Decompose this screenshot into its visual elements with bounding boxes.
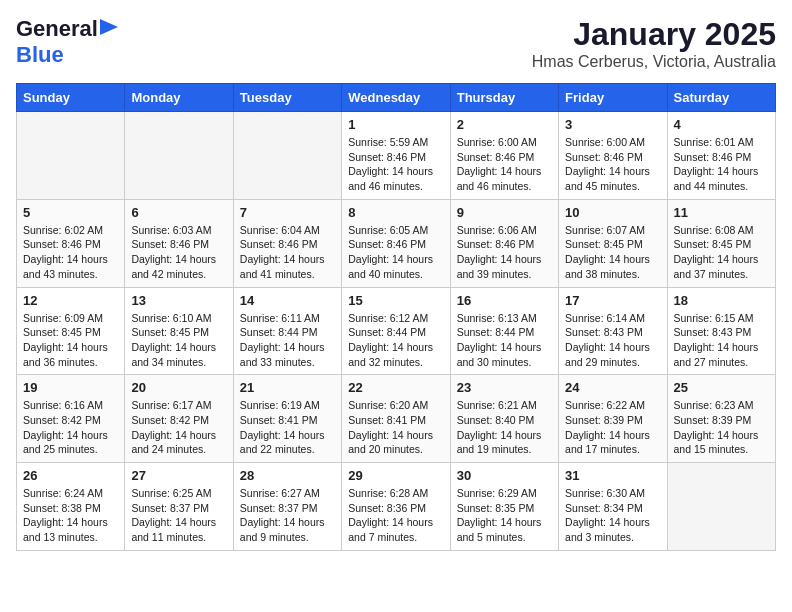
day-number: 1 <box>348 117 443 132</box>
logo-general: General <box>16 16 98 42</box>
calendar-cell <box>125 112 233 200</box>
day-number: 3 <box>565 117 660 132</box>
day-info: Sunrise: 6:28 AMSunset: 8:36 PMDaylight:… <box>348 486 443 545</box>
calendar-week-row: 12Sunrise: 6:09 AMSunset: 8:45 PMDayligh… <box>17 287 776 375</box>
day-info: Sunrise: 6:30 AMSunset: 8:34 PMDaylight:… <box>565 486 660 545</box>
day-number: 6 <box>131 205 226 220</box>
calendar-cell: 25Sunrise: 6:23 AMSunset: 8:39 PMDayligh… <box>667 375 775 463</box>
day-info: Sunrise: 6:23 AMSunset: 8:39 PMDaylight:… <box>674 398 769 457</box>
day-number: 15 <box>348 293 443 308</box>
day-number: 21 <box>240 380 335 395</box>
calendar-cell: 23Sunrise: 6:21 AMSunset: 8:40 PMDayligh… <box>450 375 558 463</box>
calendar-cell: 7Sunrise: 6:04 AMSunset: 8:46 PMDaylight… <box>233 199 341 287</box>
calendar-cell: 15Sunrise: 6:12 AMSunset: 8:44 PMDayligh… <box>342 287 450 375</box>
day-info: Sunrise: 6:02 AMSunset: 8:46 PMDaylight:… <box>23 223 118 282</box>
day-number: 28 <box>240 468 335 483</box>
calendar-table: SundayMondayTuesdayWednesdayThursdayFrid… <box>16 83 776 551</box>
day-info: Sunrise: 6:15 AMSunset: 8:43 PMDaylight:… <box>674 311 769 370</box>
day-info: Sunrise: 6:00 AMSunset: 8:46 PMDaylight:… <box>565 135 660 194</box>
day-number: 7 <box>240 205 335 220</box>
logo-arrow-icon <box>100 19 118 35</box>
calendar-cell: 28Sunrise: 6:27 AMSunset: 8:37 PMDayligh… <box>233 463 341 551</box>
day-number: 11 <box>674 205 769 220</box>
calendar-cell: 2Sunrise: 6:00 AMSunset: 8:46 PMDaylight… <box>450 112 558 200</box>
day-number: 14 <box>240 293 335 308</box>
calendar-cell: 6Sunrise: 6:03 AMSunset: 8:46 PMDaylight… <box>125 199 233 287</box>
header-friday: Friday <box>559 84 667 112</box>
calendar-cell: 31Sunrise: 6:30 AMSunset: 8:34 PMDayligh… <box>559 463 667 551</box>
day-number: 8 <box>348 205 443 220</box>
day-number: 30 <box>457 468 552 483</box>
calendar-cell: 10Sunrise: 6:07 AMSunset: 8:45 PMDayligh… <box>559 199 667 287</box>
day-number: 4 <box>674 117 769 132</box>
day-number: 20 <box>131 380 226 395</box>
day-number: 26 <box>23 468 118 483</box>
day-number: 29 <box>348 468 443 483</box>
day-info: Sunrise: 6:25 AMSunset: 8:37 PMDaylight:… <box>131 486 226 545</box>
calendar-cell: 20Sunrise: 6:17 AMSunset: 8:42 PMDayligh… <box>125 375 233 463</box>
day-number: 5 <box>23 205 118 220</box>
calendar-cell: 12Sunrise: 6:09 AMSunset: 8:45 PMDayligh… <box>17 287 125 375</box>
day-info: Sunrise: 6:05 AMSunset: 8:46 PMDaylight:… <box>348 223 443 282</box>
calendar-cell: 8Sunrise: 6:05 AMSunset: 8:46 PMDaylight… <box>342 199 450 287</box>
page-title: January 2025 <box>532 16 776 53</box>
calendar-cell: 24Sunrise: 6:22 AMSunset: 8:39 PMDayligh… <box>559 375 667 463</box>
day-number: 25 <box>674 380 769 395</box>
calendar-cell: 16Sunrise: 6:13 AMSunset: 8:44 PMDayligh… <box>450 287 558 375</box>
calendar-cell: 21Sunrise: 6:19 AMSunset: 8:41 PMDayligh… <box>233 375 341 463</box>
calendar-week-row: 1Sunrise: 5:59 AMSunset: 8:46 PMDaylight… <box>17 112 776 200</box>
day-info: Sunrise: 6:06 AMSunset: 8:46 PMDaylight:… <box>457 223 552 282</box>
header-thursday: Thursday <box>450 84 558 112</box>
day-info: Sunrise: 5:59 AMSunset: 8:46 PMDaylight:… <box>348 135 443 194</box>
day-number: 24 <box>565 380 660 395</box>
day-info: Sunrise: 6:22 AMSunset: 8:39 PMDaylight:… <box>565 398 660 457</box>
calendar-cell: 11Sunrise: 6:08 AMSunset: 8:45 PMDayligh… <box>667 199 775 287</box>
calendar-week-row: 19Sunrise: 6:16 AMSunset: 8:42 PMDayligh… <box>17 375 776 463</box>
day-info: Sunrise: 6:21 AMSunset: 8:40 PMDaylight:… <box>457 398 552 457</box>
calendar-cell: 19Sunrise: 6:16 AMSunset: 8:42 PMDayligh… <box>17 375 125 463</box>
day-info: Sunrise: 6:13 AMSunset: 8:44 PMDaylight:… <box>457 311 552 370</box>
calendar-cell: 5Sunrise: 6:02 AMSunset: 8:46 PMDaylight… <box>17 199 125 287</box>
day-info: Sunrise: 6:17 AMSunset: 8:42 PMDaylight:… <box>131 398 226 457</box>
calendar-cell: 13Sunrise: 6:10 AMSunset: 8:45 PMDayligh… <box>125 287 233 375</box>
day-number: 2 <box>457 117 552 132</box>
day-number: 16 <box>457 293 552 308</box>
day-info: Sunrise: 6:08 AMSunset: 8:45 PMDaylight:… <box>674 223 769 282</box>
day-info: Sunrise: 6:11 AMSunset: 8:44 PMDaylight:… <box>240 311 335 370</box>
day-number: 19 <box>23 380 118 395</box>
day-info: Sunrise: 6:01 AMSunset: 8:46 PMDaylight:… <box>674 135 769 194</box>
calendar-cell: 3Sunrise: 6:00 AMSunset: 8:46 PMDaylight… <box>559 112 667 200</box>
day-number: 27 <box>131 468 226 483</box>
header-sunday: Sunday <box>17 84 125 112</box>
calendar-cell: 30Sunrise: 6:29 AMSunset: 8:35 PMDayligh… <box>450 463 558 551</box>
calendar-cell: 14Sunrise: 6:11 AMSunset: 8:44 PMDayligh… <box>233 287 341 375</box>
header-tuesday: Tuesday <box>233 84 341 112</box>
day-info: Sunrise: 6:10 AMSunset: 8:45 PMDaylight:… <box>131 311 226 370</box>
logo: General Blue <box>16 16 118 68</box>
day-number: 17 <box>565 293 660 308</box>
calendar-cell: 27Sunrise: 6:25 AMSunset: 8:37 PMDayligh… <box>125 463 233 551</box>
calendar-cell: 18Sunrise: 6:15 AMSunset: 8:43 PMDayligh… <box>667 287 775 375</box>
logo-blue: Blue <box>16 42 64 67</box>
calendar-week-row: 26Sunrise: 6:24 AMSunset: 8:38 PMDayligh… <box>17 463 776 551</box>
header-wednesday: Wednesday <box>342 84 450 112</box>
day-info: Sunrise: 6:00 AMSunset: 8:46 PMDaylight:… <box>457 135 552 194</box>
calendar-cell <box>233 112 341 200</box>
day-info: Sunrise: 6:04 AMSunset: 8:46 PMDaylight:… <box>240 223 335 282</box>
calendar-cell <box>17 112 125 200</box>
calendar-cell: 9Sunrise: 6:06 AMSunset: 8:46 PMDaylight… <box>450 199 558 287</box>
day-number: 31 <box>565 468 660 483</box>
svg-marker-0 <box>100 19 118 35</box>
day-info: Sunrise: 6:29 AMSunset: 8:35 PMDaylight:… <box>457 486 552 545</box>
day-number: 18 <box>674 293 769 308</box>
day-number: 22 <box>348 380 443 395</box>
calendar-cell: 26Sunrise: 6:24 AMSunset: 8:38 PMDayligh… <box>17 463 125 551</box>
day-info: Sunrise: 6:16 AMSunset: 8:42 PMDaylight:… <box>23 398 118 457</box>
calendar-cell: 22Sunrise: 6:20 AMSunset: 8:41 PMDayligh… <box>342 375 450 463</box>
calendar-cell: 17Sunrise: 6:14 AMSunset: 8:43 PMDayligh… <box>559 287 667 375</box>
page-header: General Blue January 2025 Hmas Cerberus,… <box>16 16 776 71</box>
calendar-cell <box>667 463 775 551</box>
day-number: 10 <box>565 205 660 220</box>
day-info: Sunrise: 6:19 AMSunset: 8:41 PMDaylight:… <box>240 398 335 457</box>
day-info: Sunrise: 6:14 AMSunset: 8:43 PMDaylight:… <box>565 311 660 370</box>
